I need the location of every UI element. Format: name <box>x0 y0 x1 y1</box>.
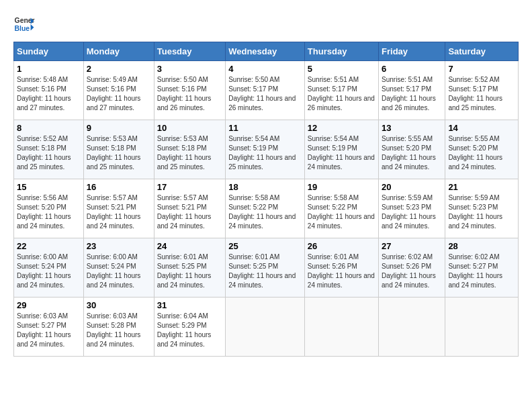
day-number: 31 <box>157 300 222 310</box>
day-number: 2 <box>87 64 151 74</box>
day-cell: 20 Sunrise: 5:59 AM Sunset: 5:23 PM Dayl… <box>379 179 445 238</box>
week-row-5: 29 Sunrise: 6:03 AM Sunset: 5:27 PM Dayl… <box>14 298 519 357</box>
day-cell: 31 Sunrise: 6:04 AM Sunset: 5:29 PM Dayl… <box>154 298 225 357</box>
day-number: 19 <box>308 182 375 192</box>
day-number: 8 <box>17 123 81 133</box>
day-info: Sunrise: 6:03 AM Sunset: 5:27 PM Dayligh… <box>17 312 81 349</box>
day-cell: 15 Sunrise: 5:56 AM Sunset: 5:20 PM Dayl… <box>14 179 84 238</box>
day-cell: 13 Sunrise: 5:55 AM Sunset: 5:20 PM Dayl… <box>379 120 445 179</box>
day-cell: 5 Sunrise: 5:51 AM Sunset: 5:17 PM Dayli… <box>304 61 378 120</box>
day-cell: 3 Sunrise: 5:50 AM Sunset: 5:16 PM Dayli… <box>154 61 225 120</box>
day-cell: 22 Sunrise: 6:00 AM Sunset: 5:24 PM Dayl… <box>14 238 84 298</box>
day-info: Sunrise: 5:55 AM Sunset: 5:20 PM Dayligh… <box>448 134 515 172</box>
day-number: 23 <box>87 241 151 251</box>
day-number: 20 <box>382 182 442 192</box>
calendar-header-row: SundayMondayTuesdayWednesdayThursdayFrid… <box>14 42 519 61</box>
week-row-4: 22 Sunrise: 6:00 AM Sunset: 5:24 PM Dayl… <box>14 238 519 298</box>
day-number: 27 <box>382 241 442 251</box>
day-info: Sunrise: 6:00 AM Sunset: 5:24 PM Dayligh… <box>17 253 81 290</box>
day-cell: 26 Sunrise: 6:01 AM Sunset: 5:26 PM Dayl… <box>304 238 378 298</box>
day-cell: 30 Sunrise: 6:03 AM Sunset: 5:28 PM Dayl… <box>83 298 154 357</box>
day-cell <box>379 298 445 357</box>
day-cell <box>304 298 378 357</box>
day-number: 12 <box>308 123 375 133</box>
day-info: Sunrise: 6:01 AM Sunset: 5:25 PM Dayligh… <box>228 253 302 290</box>
day-cell: 16 Sunrise: 5:57 AM Sunset: 5:21 PM Dayl… <box>83 179 154 238</box>
day-number: 3 <box>157 64 222 74</box>
day-number: 28 <box>448 241 515 251</box>
col-header-saturday: Saturday <box>445 42 519 61</box>
svg-text:Blue: Blue <box>15 25 30 32</box>
day-info: Sunrise: 5:53 AM Sunset: 5:18 PM Dayligh… <box>157 134 222 172</box>
day-cell <box>226 298 305 357</box>
day-number: 22 <box>17 241 81 251</box>
day-number: 24 <box>157 241 222 251</box>
col-header-sunday: Sunday <box>14 42 84 61</box>
day-cell: 29 Sunrise: 6:03 AM Sunset: 5:27 PM Dayl… <box>14 298 84 357</box>
day-number: 29 <box>17 300 81 310</box>
day-info: Sunrise: 5:54 AM Sunset: 5:19 PM Dayligh… <box>228 134 302 172</box>
day-cell: 2 Sunrise: 5:49 AM Sunset: 5:16 PM Dayli… <box>83 61 154 120</box>
day-cell: 25 Sunrise: 6:01 AM Sunset: 5:25 PM Dayl… <box>226 238 305 298</box>
day-cell: 21 Sunrise: 5:59 AM Sunset: 5:23 PM Dayl… <box>445 179 519 238</box>
day-cell: 14 Sunrise: 5:55 AM Sunset: 5:20 PM Dayl… <box>445 120 519 179</box>
day-info: Sunrise: 5:58 AM Sunset: 5:22 PM Dayligh… <box>228 193 302 231</box>
page-header: General Blue <box>13 13 519 35</box>
day-info: Sunrise: 6:02 AM Sunset: 5:27 PM Dayligh… <box>448 253 515 290</box>
day-info: Sunrise: 5:58 AM Sunset: 5:22 PM Dayligh… <box>308 193 375 231</box>
day-number: 30 <box>87 300 151 310</box>
day-number: 25 <box>228 241 302 251</box>
day-number: 4 <box>228 64 302 74</box>
day-info: Sunrise: 6:03 AM Sunset: 5:28 PM Dayligh… <box>87 312 151 349</box>
day-number: 5 <box>308 64 375 74</box>
col-header-thursday: Thursday <box>304 42 378 61</box>
logo-icon: General Blue <box>13 13 35 35</box>
day-number: 6 <box>382 64 442 74</box>
day-cell: 6 Sunrise: 5:51 AM Sunset: 5:17 PM Dayli… <box>379 61 445 120</box>
day-number: 13 <box>382 123 442 133</box>
day-cell: 24 Sunrise: 6:01 AM Sunset: 5:25 PM Dayl… <box>154 238 225 298</box>
day-info: Sunrise: 5:59 AM Sunset: 5:23 PM Dayligh… <box>448 193 515 231</box>
day-cell: 11 Sunrise: 5:54 AM Sunset: 5:19 PM Dayl… <box>226 120 305 179</box>
day-number: 26 <box>308 241 375 251</box>
day-cell: 28 Sunrise: 6:02 AM Sunset: 5:27 PM Dayl… <box>445 238 519 298</box>
day-number: 1 <box>17 64 81 74</box>
day-number: 16 <box>87 182 151 192</box>
day-number: 21 <box>448 182 515 192</box>
day-info: Sunrise: 5:52 AM Sunset: 5:18 PM Dayligh… <box>17 134 81 172</box>
day-info: Sunrise: 5:50 AM Sunset: 5:16 PM Dayligh… <box>157 75 222 113</box>
day-number: 7 <box>448 64 515 74</box>
day-info: Sunrise: 5:57 AM Sunset: 5:21 PM Dayligh… <box>87 193 151 231</box>
day-number: 14 <box>448 123 515 133</box>
day-info: Sunrise: 5:50 AM Sunset: 5:17 PM Dayligh… <box>228 75 302 113</box>
day-cell: 18 Sunrise: 5:58 AM Sunset: 5:22 PM Dayl… <box>226 179 305 238</box>
day-cell: 4 Sunrise: 5:50 AM Sunset: 5:17 PM Dayli… <box>226 61 305 120</box>
day-number: 10 <box>157 123 222 133</box>
day-cell: 9 Sunrise: 5:53 AM Sunset: 5:18 PM Dayli… <box>83 120 154 179</box>
day-info: Sunrise: 6:01 AM Sunset: 5:26 PM Dayligh… <box>308 253 375 290</box>
day-cell: 1 Sunrise: 5:48 AM Sunset: 5:16 PM Dayli… <box>14 61 84 120</box>
day-info: Sunrise: 5:54 AM Sunset: 5:19 PM Dayligh… <box>308 134 375 172</box>
day-cell: 17 Sunrise: 5:57 AM Sunset: 5:21 PM Dayl… <box>154 179 225 238</box>
day-info: Sunrise: 5:56 AM Sunset: 5:20 PM Dayligh… <box>17 193 81 231</box>
day-number: 15 <box>17 182 81 192</box>
calendar-table: SundayMondayTuesdayWednesdayThursdayFrid… <box>13 42 519 357</box>
day-cell: 8 Sunrise: 5:52 AM Sunset: 5:18 PM Dayli… <box>14 120 84 179</box>
week-row-1: 1 Sunrise: 5:48 AM Sunset: 5:16 PM Dayli… <box>14 61 519 120</box>
day-cell: 7 Sunrise: 5:52 AM Sunset: 5:17 PM Dayli… <box>445 61 519 120</box>
day-info: Sunrise: 5:49 AM Sunset: 5:16 PM Dayligh… <box>87 75 151 113</box>
day-info: Sunrise: 5:48 AM Sunset: 5:16 PM Dayligh… <box>17 75 81 113</box>
day-info: Sunrise: 5:57 AM Sunset: 5:21 PM Dayligh… <box>157 193 222 231</box>
logo: General Blue <box>13 13 35 35</box>
day-info: Sunrise: 6:04 AM Sunset: 5:29 PM Dayligh… <box>157 312 222 349</box>
day-info: Sunrise: 5:55 AM Sunset: 5:20 PM Dayligh… <box>382 134 442 172</box>
week-row-3: 15 Sunrise: 5:56 AM Sunset: 5:20 PM Dayl… <box>14 179 519 238</box>
day-info: Sunrise: 5:59 AM Sunset: 5:23 PM Dayligh… <box>382 193 442 231</box>
day-cell: 10 Sunrise: 5:53 AM Sunset: 5:18 PM Dayl… <box>154 120 225 179</box>
day-info: Sunrise: 5:51 AM Sunset: 5:17 PM Dayligh… <box>382 75 442 113</box>
col-header-friday: Friday <box>379 42 445 61</box>
day-cell: 27 Sunrise: 6:02 AM Sunset: 5:26 PM Dayl… <box>379 238 445 298</box>
col-header-tuesday: Tuesday <box>154 42 225 61</box>
day-info: Sunrise: 6:02 AM Sunset: 5:26 PM Dayligh… <box>382 253 442 290</box>
day-number: 9 <box>87 123 151 133</box>
